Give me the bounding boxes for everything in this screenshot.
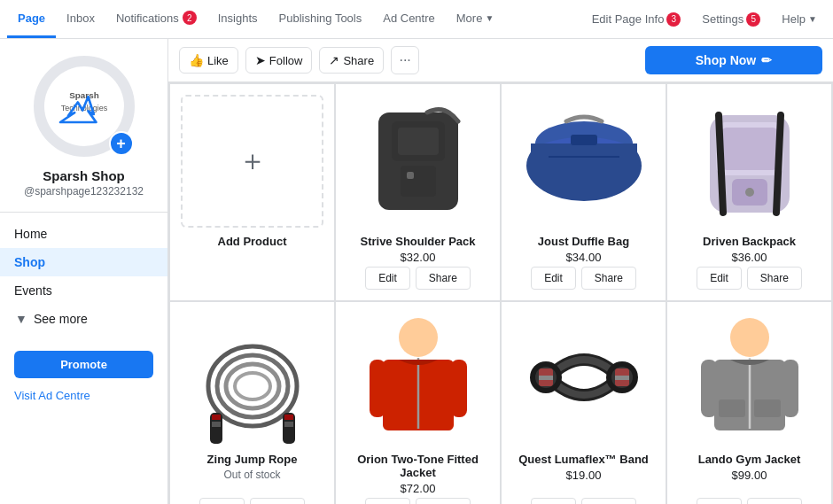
share-quest-button[interactable]: Share xyxy=(581,498,636,504)
sidebar-navigation: Home Shop Events ▼ See more xyxy=(0,213,167,340)
product-actions-orion: Edit Share xyxy=(365,498,471,504)
svg-rect-6 xyxy=(398,128,439,155)
product-name-driven: Driven Backpack xyxy=(703,235,796,248)
sidebar: Sparsh Technologies + Sparsh Shop @spars… xyxy=(0,39,168,504)
svg-rect-40 xyxy=(615,376,629,380)
svg-rect-11 xyxy=(531,143,637,179)
edit-lando-button[interactable]: Edit xyxy=(697,498,742,504)
page-action-bar: 👍 Like ➤ Follow ↗ Share ··· Shop Now ✏ xyxy=(168,39,833,82)
follow-button[interactable]: ➤ Follow xyxy=(245,47,313,74)
product-name-strive: Strive Shoulder Pack xyxy=(360,235,475,248)
product-name-lando: Lando Gym Jacket xyxy=(698,453,801,466)
product-image-quest-band xyxy=(512,313,655,446)
svg-rect-24 xyxy=(212,422,221,427)
top-navigation: Page Inbox Notifications 2 Insights Publ… xyxy=(0,0,833,39)
add-icon: ＋ xyxy=(238,142,267,181)
product-card-joust-duffle-bag: Joust Duffle Bag $34.00 Edit Share xyxy=(501,83,666,301)
product-card-orion-jacket: Orion Two-Tone Fitted Jacket $72.00 Edit… xyxy=(335,301,501,504)
product-price-strive: $32.00 xyxy=(401,251,436,264)
shop-now-button[interactable]: Shop Now ✏ xyxy=(645,46,822,74)
product-card-strive-shoulder-pack: Strive Shoulder Pack $32.00 Edit Share xyxy=(335,83,501,301)
share-strive-button[interactable]: Share xyxy=(416,267,471,290)
strive-shoulder-pack-img xyxy=(361,99,476,223)
profile-picture-wrap: Sparsh Technologies + xyxy=(31,53,137,159)
settings-button[interactable]: Settings 5 xyxy=(693,7,769,32)
edit-strive-button[interactable]: Edit xyxy=(365,267,410,290)
edit-driven-button[interactable]: Edit xyxy=(697,267,742,290)
sidebar-item-events[interactable]: Events xyxy=(0,276,167,305)
share-button[interactable]: ↗ Share xyxy=(319,47,384,74)
driven-backpack-img xyxy=(697,97,803,226)
product-card-quest-band: Quest Lumaflex™ Band $19.00 Edit Share xyxy=(501,301,666,504)
product-card-lando-jacket: Lando Gym Jacket $99.00 Edit Share xyxy=(666,301,832,504)
promote-button[interactable]: Promote xyxy=(14,351,153,378)
nav-tab-inbox[interactable]: Inbox xyxy=(56,0,105,38)
nav-buttons-right: Edit Page Info 3 Settings 5 Help ▼ xyxy=(583,0,826,38)
pencil-icon: ✏ xyxy=(761,53,772,67)
content-area: 👍 Like ➤ Follow ↗ Share ··· Shop Now ✏ xyxy=(168,39,833,504)
see-more-button[interactable]: ▼ See more xyxy=(0,305,167,333)
product-name-zing: Zing Jump Rope xyxy=(207,453,298,466)
nav-tab-more[interactable]: More ▼ xyxy=(446,0,505,38)
edit-orion-button[interactable]: Edit xyxy=(365,498,410,504)
svg-rect-23 xyxy=(212,415,221,420)
nav-tab-notifications[interactable]: Notifications 2 xyxy=(105,0,207,38)
share-zing-button[interactable]: Share xyxy=(250,498,305,504)
nav-tab-publishing-tools[interactable]: Publishing Tools xyxy=(269,0,373,38)
edit-quest-button[interactable]: Edit xyxy=(531,498,576,504)
page-handle: @sparshpage123232132 xyxy=(24,185,144,198)
zing-jump-rope-img xyxy=(191,315,315,444)
share-orion-button[interactable]: Share xyxy=(416,498,471,504)
svg-rect-47 xyxy=(754,399,781,417)
help-button[interactable]: Help ▼ xyxy=(773,7,826,31)
add-product-area[interactable]: ＋ xyxy=(181,95,323,228)
product-name-quest: Quest Lumaflex™ Band xyxy=(518,453,649,466)
product-name-orion: Orion Two-Tone Fitted Jacket xyxy=(346,453,489,479)
product-actions-quest: Edit Share xyxy=(531,498,636,504)
share-driven-button[interactable]: Share xyxy=(747,267,802,290)
products-grid: ＋ Add Product Strive S xyxy=(168,82,833,504)
svg-rect-12 xyxy=(571,135,597,145)
product-price-driven: $36.00 xyxy=(732,251,767,264)
nav-tab-page[interactable]: Page xyxy=(7,0,56,38)
add-profile-photo-button[interactable]: + xyxy=(109,131,134,156)
edit-joust-button[interactable]: Edit xyxy=(531,267,576,290)
svg-rect-30 xyxy=(370,360,385,417)
svg-point-28 xyxy=(399,318,438,357)
sidebar-item-shop[interactable]: Shop xyxy=(0,248,167,276)
edit-zing-button[interactable]: Edit xyxy=(199,498,245,504)
edit-page-info-button[interactable]: Edit Page Info 3 xyxy=(583,7,690,32)
nav-tab-ad-centre[interactable]: Ad Centre xyxy=(372,0,446,38)
share-lando-button[interactable]: Share xyxy=(747,498,802,504)
svg-rect-46 xyxy=(719,399,745,417)
product-price-orion: $72.00 xyxy=(401,482,436,495)
more-options-button[interactable]: ··· xyxy=(391,46,419,74)
product-image-joust-duffle-bag xyxy=(512,95,655,228)
svg-rect-26 xyxy=(284,415,293,420)
notifications-badge: 2 xyxy=(183,11,197,25)
edit-page-info-badge: 3 xyxy=(666,12,681,27)
share-icon: ↗ xyxy=(329,53,339,67)
product-card-zing-jump-rope: Zing Jump Rope Out of stock Edit Share xyxy=(169,301,335,504)
follow-icon: ➤ xyxy=(255,53,266,67)
product-image-lando-jacket xyxy=(678,313,821,446)
like-button[interactable]: 👍 Like xyxy=(179,47,238,74)
lando-jacket-img xyxy=(697,315,803,444)
main-layout: Sparsh Technologies + Sparsh Shop @spars… xyxy=(0,39,833,504)
sidebar-actions: Promote Visit Ad Centre xyxy=(0,340,167,416)
product-image-driven-backpack xyxy=(678,95,821,228)
share-joust-button[interactable]: Share xyxy=(581,267,636,290)
visit-ad-centre-link[interactable]: Visit Ad Centre xyxy=(14,385,153,406)
sidebar-item-home[interactable]: Home xyxy=(0,220,167,248)
add-product-card[interactable]: ＋ Add Product xyxy=(169,83,335,301)
see-more-chevron-icon: ▼ xyxy=(14,312,28,326)
nav-tab-insights[interactable]: Insights xyxy=(207,0,269,38)
product-actions-driven: Edit Share xyxy=(697,267,802,290)
product-image-orion-jacket xyxy=(346,313,489,446)
svg-rect-7 xyxy=(401,166,436,197)
product-image-zing-jump-rope xyxy=(181,313,323,446)
svg-rect-43 xyxy=(701,360,717,417)
joust-duffle-bag-img xyxy=(522,104,646,219)
product-image-strive-shoulder-pack xyxy=(346,95,489,228)
product-actions-lando: Edit Share xyxy=(697,498,802,504)
